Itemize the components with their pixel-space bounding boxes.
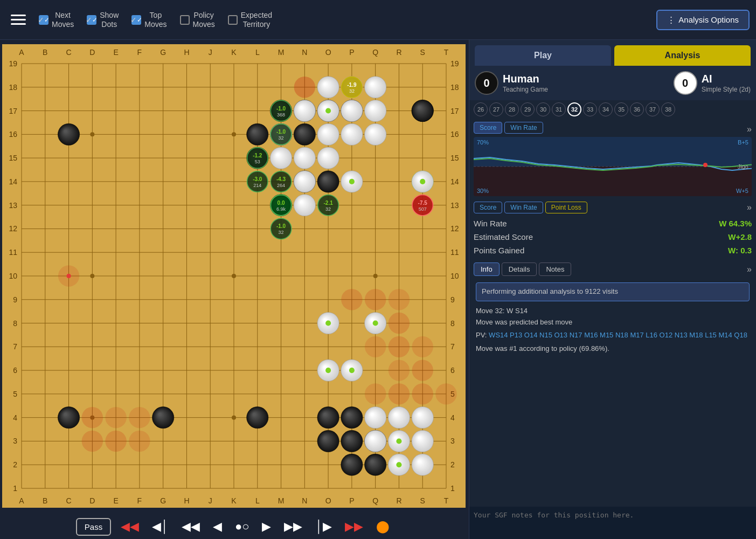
svg-rect-1 bbox=[474, 167, 752, 196]
analysis-status: Performing additional analysis to 9122 v… bbox=[476, 282, 750, 301]
stats-tab-score[interactable]: Score bbox=[474, 202, 502, 213]
move-num-31[interactable]: 31 bbox=[552, 102, 566, 116]
next-single-button[interactable]: ▶ bbox=[259, 517, 274, 536]
chart-wrap: 70% 30% B+5 W+5 Jigo bbox=[474, 137, 752, 196]
next-button[interactable]: ▶▶ bbox=[281, 517, 306, 536]
stats-forward-button[interactable]: » bbox=[747, 203, 752, 212]
main-content: Pass ◀◀ ◀│ ◀◀ ◀ ●○ ▶ ▶▶ │▶ ▶▶ ⬤ Play Ana… bbox=[0, 40, 756, 539]
move-num-28[interactable]: 28 bbox=[505, 102, 519, 116]
policy-moves-checkbox[interactable] bbox=[180, 15, 190, 25]
analysis-options-button[interactable]: ⋮ Analysis Options bbox=[656, 10, 750, 30]
menu-icon[interactable] bbox=[6, 10, 30, 29]
last-move-button[interactable]: │▶ bbox=[312, 517, 335, 536]
board-area: Pass ◀◀ ◀│ ◀◀ ◀ ●○ ▶ ▶▶ │▶ ▶▶ ⬤ bbox=[0, 40, 469, 539]
info-tabs-row: Info Details Notes » bbox=[469, 259, 756, 278]
black-player-name: Human bbox=[503, 72, 548, 86]
white-player-sub: Simple Style (2d) bbox=[702, 86, 751, 94]
info-section: Info Details Notes » Performing addition… bbox=[469, 259, 756, 539]
chart-label-jigo: Jigo bbox=[738, 163, 748, 170]
stat-value: W: 0.3 bbox=[728, 246, 752, 255]
predicted-label: Move was predicted best move bbox=[476, 317, 750, 328]
stats-tabs-row: Score Win Rate Point Loss » bbox=[474, 202, 752, 213]
first-move-button[interactable]: ◀│ bbox=[149, 517, 172, 536]
move-num-32[interactable]: 32 bbox=[567, 102, 581, 116]
move-num-27[interactable]: 27 bbox=[489, 102, 503, 116]
info-forward-button[interactable]: » bbox=[747, 265, 752, 274]
stats-tab-winrate[interactable]: Win Rate bbox=[504, 202, 543, 213]
chart-label-bottom-right: W+5 bbox=[736, 188, 748, 194]
expected-territory-checkbox[interactable] bbox=[228, 15, 238, 25]
prev-single-button[interactable]: ◀ bbox=[210, 517, 225, 536]
stats-tab-pointloss[interactable]: Point Loss bbox=[545, 202, 587, 213]
players-row: 0 Human Teaching Game 0 AI Simple Style … bbox=[469, 66, 756, 100]
toggle-policy-moves[interactable]: PolicyMoves bbox=[176, 9, 219, 31]
stat-value: W+2.8 bbox=[728, 232, 752, 241]
bottom-controls: Pass ◀◀ ◀│ ◀◀ ◀ ●○ ▶ ▶▶ │▶ ▶▶ ⬤ bbox=[2, 508, 467, 539]
move-num-37[interactable]: 37 bbox=[646, 102, 660, 116]
black-player-sub: Teaching Game bbox=[503, 86, 548, 94]
analysis-options-icon: ⋮ bbox=[667, 15, 675, 25]
stat-row: Estimated ScoreW+2.8 bbox=[474, 230, 752, 244]
move-num-38[interactable]: 38 bbox=[661, 102, 675, 116]
stat-row: Points GainedW: 0.3 bbox=[474, 244, 752, 257]
pv-moves[interactable]: WS14 P13 O14 N15 O13 N17 M16 M15 N18 M17… bbox=[489, 331, 747, 339]
show-dots-checkbox[interactable]: ✓ bbox=[87, 15, 96, 25]
move-num-34[interactable]: 34 bbox=[599, 102, 613, 116]
stat-value: W 64.3% bbox=[719, 219, 752, 228]
move-num-30[interactable]: 30 bbox=[536, 102, 550, 116]
color-toggle-button[interactable]: ●○ bbox=[232, 517, 253, 536]
chart-label-top-right: B+5 bbox=[738, 139, 748, 146]
next-fast-button[interactable]: ▶▶ bbox=[342, 517, 366, 536]
policy-moves-label: PolicyMoves bbox=[193, 11, 215, 29]
show-dots-label: ShowDots bbox=[100, 11, 119, 29]
svg-rect-0 bbox=[474, 137, 752, 167]
prev-fast-button[interactable]: ◀◀ bbox=[117, 517, 142, 536]
pass-button[interactable]: Pass bbox=[76, 518, 111, 536]
info-tab-details[interactable]: Details bbox=[502, 262, 537, 276]
chart-label-bottom-left: 30% bbox=[477, 188, 489, 194]
move-num-26[interactable]: 26 bbox=[474, 102, 488, 116]
prev-button[interactable]: ◀◀ bbox=[178, 517, 203, 536]
top-moves-checkbox[interactable]: ✓ bbox=[131, 15, 141, 25]
move-num-35[interactable]: 35 bbox=[614, 102, 628, 116]
white-player: 0 AI Simple Style (2d) bbox=[674, 71, 751, 95]
pv-row: PV: WS14 P13 O14 N15 O13 N17 M16 M15 N18… bbox=[476, 330, 750, 341]
chart-tab-score[interactable]: Score bbox=[474, 122, 502, 134]
chart-forward-button[interactable]: » bbox=[747, 125, 752, 134]
right-panel: Play Analysis 0 Human Teaching Game 0 AI… bbox=[469, 40, 756, 539]
info-tab-info[interactable]: Info bbox=[474, 262, 500, 276]
toggle-expected-territory[interactable]: ExpectedTerritory bbox=[224, 9, 276, 31]
info-tab-notes[interactable]: Notes bbox=[539, 262, 571, 276]
chart-svg bbox=[474, 137, 752, 196]
policy-text: Move was #1 according to policy (69.86%)… bbox=[476, 343, 750, 355]
white-player-name: AI bbox=[702, 72, 751, 86]
board-container[interactable] bbox=[2, 44, 467, 508]
move-num-29[interactable]: 29 bbox=[521, 102, 535, 116]
black-player-info: Human Teaching Game bbox=[503, 72, 548, 94]
stats-section: Score Win Rate Point Loss » Win RateW 64… bbox=[469, 199, 756, 259]
stats-rows: Win RateW 64.3%Estimated ScoreW+2.8Point… bbox=[474, 217, 752, 257]
move-label: Move 32: W S14 bbox=[476, 306, 750, 317]
chart-tabs: Score Win Rate bbox=[474, 122, 543, 134]
toggle-next-moves[interactable]: ✓ NextMoves bbox=[34, 9, 78, 31]
move-num-36[interactable]: 36 bbox=[630, 102, 644, 116]
move-numbers-row: 26272829303132333435363738 bbox=[469, 100, 756, 119]
notes-textarea[interactable] bbox=[469, 507, 756, 539]
move-num-33[interactable]: 33 bbox=[583, 102, 597, 116]
toggle-top-moves[interactable]: ✓ TopMoves bbox=[127, 9, 171, 31]
tab-play[interactable]: Play bbox=[475, 45, 611, 66]
toggle-show-dots[interactable]: ✓ ShowDots bbox=[82, 9, 123, 31]
score-button[interactable]: ⬤ bbox=[373, 517, 393, 536]
expected-territory-label: ExpectedTerritory bbox=[241, 11, 272, 29]
info-content: Performing additional analysis to 9122 v… bbox=[469, 278, 756, 507]
stat-label: Win Rate bbox=[474, 219, 507, 228]
next-moves-label: NextMoves bbox=[52, 11, 74, 29]
white-player-info: AI Simple Style (2d) bbox=[702, 72, 751, 94]
chart-section: Score Win Rate » 70% 30% B+5 W+5 Jigo bbox=[469, 119, 756, 199]
chart-tabs-row: Score Win Rate » bbox=[474, 122, 752, 137]
chart-tab-winrate[interactable]: Win Rate bbox=[504, 122, 543, 134]
stat-label: Points Gained bbox=[474, 246, 524, 255]
mode-tabs: Play Analysis bbox=[469, 40, 756, 66]
next-moves-checkbox[interactable]: ✓ bbox=[39, 15, 48, 25]
tab-analysis[interactable]: Analysis bbox=[614, 45, 751, 66]
